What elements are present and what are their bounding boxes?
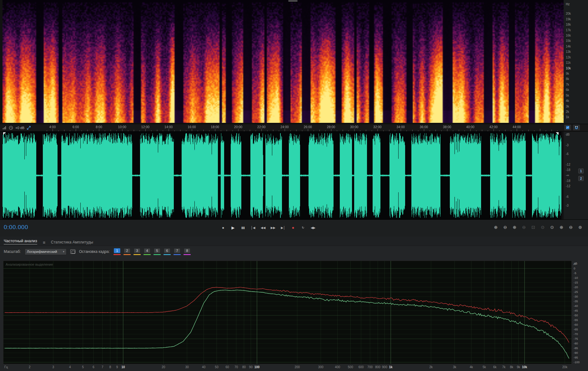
levels-meter-icon[interactable] xyxy=(3,126,7,130)
channel-buttons-column: 12 xyxy=(577,132,588,219)
frame-hold-4: 4 xyxy=(143,248,151,255)
y-tick--55: -55 xyxy=(574,318,578,322)
time-label-8:00: 8:00 xyxy=(96,125,102,129)
zoom-selection-out-point-button[interactable]: ⊙ xyxy=(549,224,555,230)
horizontal-scrollbar[interactable] xyxy=(288,0,298,2)
zoom-reset-button[interactable]: ⊚ xyxy=(577,224,583,230)
y-tick--90: -90 xyxy=(574,351,578,354)
spectrogram-canvas[interactable] xyxy=(3,0,564,123)
skip-selection-button[interactable]: ◀▶ xyxy=(309,223,317,232)
y-tick--100: -100 xyxy=(574,360,580,364)
chart-y-axis: дБ 0-5-10-15-20-25-30-35-40-45-50-55-60-… xyxy=(573,261,587,367)
tab-frequency-analysis[interactable]: Частотный анализ xyxy=(4,239,37,244)
y-tick--50: -50 xyxy=(574,313,578,317)
x-tick-3: 3 xyxy=(52,365,54,369)
crossed-arrows-icon[interactable] xyxy=(27,126,31,130)
x-tick-800: 800 xyxy=(375,365,380,369)
zoom-in-amplitude-button[interactable]: ⊕ xyxy=(558,224,565,230)
x-tick-200: 200 xyxy=(294,365,300,369)
rewind-button[interactable]: ◀◀ xyxy=(259,223,267,232)
x-tick-50: 50 xyxy=(215,365,219,369)
y-tick--45: -45 xyxy=(574,309,578,312)
frame-hold-color-7 xyxy=(173,254,181,255)
selection-handle-left[interactable] xyxy=(3,132,6,135)
zoom-in-horizontal-button[interactable]: ⊕ xyxy=(493,224,499,230)
y-tick--80: -80 xyxy=(574,342,578,345)
x-tick-40: 40 xyxy=(202,365,205,369)
frame-hold-button-6[interactable]: 6 xyxy=(164,248,170,253)
skip-to-end-button[interactable]: ▶│ xyxy=(279,223,287,232)
time-label-16:00: 16:00 xyxy=(188,125,196,129)
frame-hold-button-5[interactable]: 5 xyxy=(154,248,160,253)
time-label-32:00: 32:00 xyxy=(373,125,381,129)
fast-forward-button[interactable]: ▶▶ xyxy=(269,223,277,232)
frame-hold-7: 7 xyxy=(173,248,181,255)
skip-to-start-button[interactable]: │◀ xyxy=(249,223,257,232)
pause-button[interactable]: ▮▮ xyxy=(239,223,247,232)
freq-label-7k: 7k xyxy=(566,83,569,86)
frame-hold-button-2[interactable]: 2 xyxy=(124,248,130,253)
frame-hold-6: 6 xyxy=(163,248,171,255)
gain-label[interactable]: +0 dB xyxy=(15,126,24,130)
waveform-canvas[interactable] xyxy=(3,132,561,219)
frame-hold-2: 2 xyxy=(123,248,131,255)
frame-hold-button-1[interactable]: 1 xyxy=(114,248,120,253)
time-display[interactable]: 0:00.000 xyxy=(4,224,28,231)
play-button[interactable]: ▶ xyxy=(229,223,237,232)
frequency-analysis-panel: Частотный анализ ≡ Статистика Амплитуды … xyxy=(0,237,588,371)
frequency-scale: Hz 20k19k18k17k16k15k14k13k12k11k10k9k8k… xyxy=(564,0,588,124)
y-tick--75: -75 xyxy=(574,337,578,340)
scale-select[interactable]: Логарифмический ▾ xyxy=(25,248,67,255)
frame-hold-button-4[interactable]: 4 xyxy=(144,248,150,253)
scale-select-value: Логарифмический xyxy=(27,250,57,253)
copy-graph-button[interactable] xyxy=(70,249,75,254)
zoom-out-full-button[interactable]: ⊖ xyxy=(521,224,527,230)
channel-button-1[interactable]: 1 xyxy=(578,168,584,173)
y-tick--35: -35 xyxy=(574,299,578,303)
frame-hold-button-3[interactable]: 3 xyxy=(134,248,140,253)
panel-menu-icon[interactable]: ≡ xyxy=(43,241,45,244)
y-tick--20: -20 xyxy=(574,285,578,289)
record-button[interactable]: ● xyxy=(289,223,297,232)
loop-playback-button[interactable]: ↻ xyxy=(299,223,307,232)
zoom-to-selection-button[interactable]: ⊡ xyxy=(530,224,536,230)
y-tick-0: 0 xyxy=(574,267,575,270)
zoom-selection-in-point-button[interactable]: ⊙ xyxy=(540,224,546,230)
y-tick--95: -95 xyxy=(574,356,578,359)
zoom-out-horizontal-button[interactable]: ⊖ xyxy=(502,224,508,230)
freq-label-4k: 4k xyxy=(566,99,569,103)
freq-label-16k: 16k xyxy=(566,34,571,37)
chart-canvas: Анализированное выделение xyxy=(3,261,572,364)
x-tick-7k: 7k xyxy=(502,365,505,369)
tab-amplitude-statistics[interactable]: Статистика Амплитуды xyxy=(51,240,93,244)
time-label-6:00: 6:00 xyxy=(73,125,79,129)
clock-icon[interactable] xyxy=(9,126,13,130)
frame-hold-button-8[interactable]: 8 xyxy=(184,248,190,253)
snapping-button[interactable] xyxy=(573,124,580,131)
time-label-36:00: 36:00 xyxy=(420,125,428,129)
x-tick-3k: 3k xyxy=(453,365,456,369)
zoom-out-amplitude-button[interactable]: ⊖ xyxy=(568,224,574,230)
time-label-20:00: 20:00 xyxy=(234,125,242,129)
time-label-44:00: 44:00 xyxy=(513,125,521,129)
channel-button-2[interactable]: 2 xyxy=(578,176,584,181)
display-mode-button[interactable] xyxy=(564,124,571,131)
frequency-analysis-chart: Анализированное выделение xyxy=(3,261,572,364)
selection-handle-right[interactable] xyxy=(556,132,559,135)
frame-hold-color-8 xyxy=(183,254,191,255)
time-label-24:00: 24:00 xyxy=(280,125,289,129)
stop-button[interactable]: ■ xyxy=(219,223,227,232)
hold-label: Остановка кадра: xyxy=(79,249,110,254)
x-tick-100: 100 xyxy=(254,365,260,369)
x-tick-2k: 2k xyxy=(430,365,433,369)
timeline-ruler[interactable]: 4:006:008:0010:0012:0014:0016:0018:0020:… xyxy=(0,124,588,132)
y-tick--85: -85 xyxy=(574,346,578,350)
zoom-in-full-button[interactable]: ⊕ xyxy=(511,224,518,230)
freq-label-1k: 1k xyxy=(566,115,569,119)
frame-hold-button-7[interactable]: 7 xyxy=(174,248,180,253)
zoom-buttons: ⊕⊖⊕⊖⊡⊙⊙⊕⊖⊚ xyxy=(493,224,583,230)
chevron-down-icon: ▾ xyxy=(63,250,64,253)
db-label-center: -∞ xyxy=(566,173,569,177)
db-label--3-bottom: -3 xyxy=(566,204,569,207)
x-tick-6k: 6k xyxy=(493,365,497,369)
